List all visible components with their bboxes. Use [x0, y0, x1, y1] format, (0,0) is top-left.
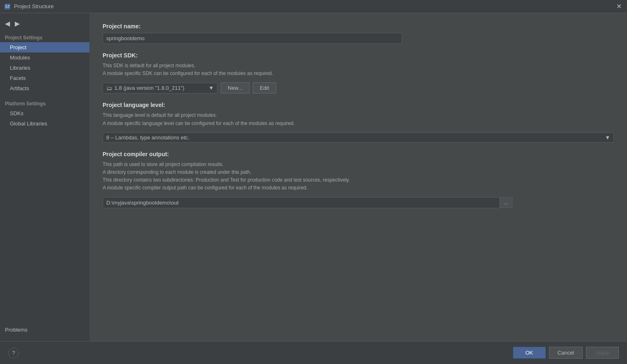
compiler-browse-button[interactable]: ...	[500, 197, 513, 208]
compiler-description: This path is used to store all project c…	[103, 161, 614, 192]
sdk-desc-line1: This SDK is default for all project modu…	[103, 63, 195, 68]
sdk-description: This SDK is default for all project modu…	[103, 62, 614, 77]
sidebar-item-libraries[interactable]: Libraries	[0, 63, 89, 73]
sidebar-item-project[interactable]: Project	[0, 42, 89, 52]
sidebar-item-modules[interactable]: Modules	[0, 52, 89, 63]
sdk-row: 🗂 1.8 (java version "1.8.0_211") ▼ New..…	[103, 82, 614, 93]
project-structure-window: Project Structure ✕ ◀ ▶ Project Settings…	[0, 0, 627, 364]
ok-button[interactable]: OK	[513, 347, 546, 359]
sdk-label: Project SDK:	[103, 52, 614, 59]
language-label: Project language level:	[103, 102, 614, 108]
apply-button[interactable]: Apply	[586, 347, 619, 359]
compiler-label: Project compiler output:	[103, 151, 614, 157]
language-desc-line2: A module specific language level can be …	[103, 121, 295, 126]
sidebar-item-artifacts[interactable]: Artifacts	[0, 83, 89, 93]
cancel-button[interactable]: Cancel	[549, 347, 583, 359]
title-bar-left: Project Structure	[4, 3, 54, 10]
sidebar-item-facets[interactable]: Facets	[0, 73, 89, 83]
sidebar-item-sdks[interactable]: SDKs	[0, 108, 89, 118]
help-button[interactable]: ?	[8, 348, 19, 358]
sidebar-item-global-libraries[interactable]: Global Libraries	[0, 118, 89, 129]
sdk-folder-icon: 🗂	[106, 85, 112, 91]
sdk-edit-button[interactable]: Edit	[253, 82, 276, 93]
nav-back-button[interactable]: ◀	[3, 19, 11, 28]
svg-rect-3	[5, 7, 9, 8]
sidebar: ◀ ▶ Project Settings Project Modules Lib…	[0, 13, 89, 341]
window-title: Project Structure	[14, 3, 54, 9]
title-bar: Project Structure ✕	[0, 0, 627, 13]
footer: ? OK Cancel Apply	[0, 341, 627, 364]
language-selected-value: 8 – Lambdas, type annotations etc.	[106, 134, 189, 141]
nav-forward-button[interactable]: ▶	[13, 19, 21, 28]
compiler-desc-line4: A module specific compiler output path c…	[103, 185, 308, 191]
sidebar-item-problems[interactable]: Problems	[0, 323, 89, 337]
project-name-label: Project name:	[103, 23, 614, 30]
project-settings-label: Project Settings	[0, 32, 89, 42]
main-panel: Project name: Project SDK: This SDK is d…	[89, 13, 627, 341]
svg-rect-2	[8, 5, 9, 7]
sdk-dropdown-arrow-icon: ▼	[205, 85, 214, 91]
compiler-output-row: ...	[103, 197, 614, 208]
svg-rect-1	[5, 5, 7, 7]
window-icon	[4, 3, 11, 10]
sdk-new-button[interactable]: New...	[221, 82, 249, 93]
compiler-desc-line1: This path is used to store all project c…	[103, 162, 224, 167]
close-button[interactable]: ✕	[615, 2, 623, 11]
compiler-desc-line3: This directory contains two subdirectori…	[103, 177, 350, 183]
compiler-output-input[interactable]	[103, 197, 500, 208]
platform-settings-label: Platform Settings	[0, 98, 89, 108]
sdk-desc-line2: A module specific SDK can be configured …	[103, 71, 273, 76]
sdk-dropdown[interactable]: 🗂 1.8 (java version "1.8.0_211") ▼	[103, 83, 217, 93]
nav-buttons: ◀ ▶	[0, 17, 89, 32]
language-description: This language level is default for all p…	[103, 111, 614, 127]
main-content: ◀ ▶ Project Settings Project Modules Lib…	[0, 13, 627, 341]
language-desc-line1: This language level is default for all p…	[103, 112, 217, 118]
compiler-desc-line2: A directory corresponding to each module…	[103, 169, 252, 175]
project-name-input[interactable]	[103, 33, 402, 44]
sdk-selected-value: 1.8 (java version "1.8.0_211")	[114, 85, 184, 91]
language-dropdown-arrow-icon: ▼	[602, 134, 610, 141]
language-dropdown[interactable]: 8 – Lambdas, type annotations etc. ▼	[103, 132, 614, 143]
